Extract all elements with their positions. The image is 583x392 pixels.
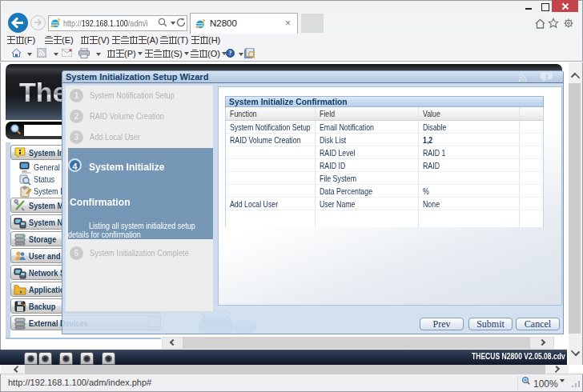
svg-text:?: ? <box>228 50 231 57</box>
